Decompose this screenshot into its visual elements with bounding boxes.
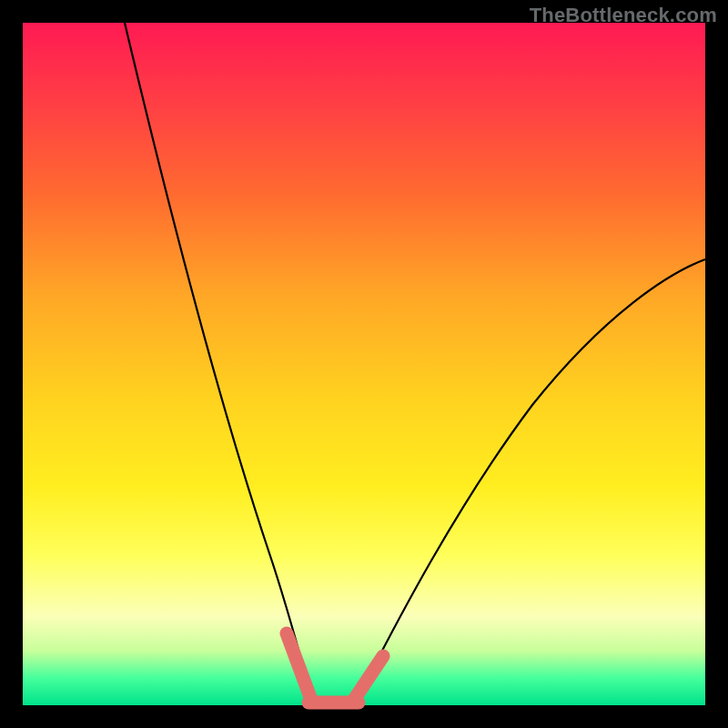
right-curve [358,259,705,698]
left-curve [125,23,311,696]
left-marker-segment [287,633,311,700]
right-marker-segment [354,656,383,700]
curve-overlay [23,23,705,705]
